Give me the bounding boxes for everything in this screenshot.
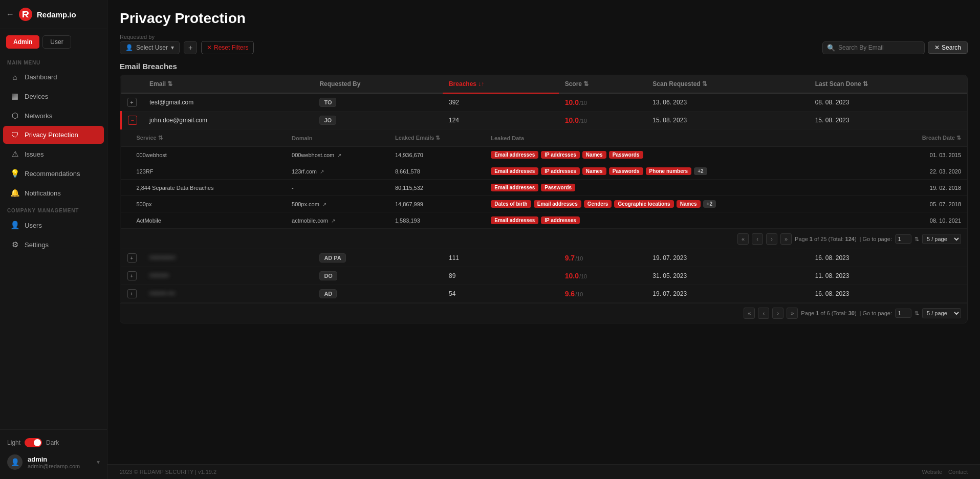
sub-leaked-data: Dates of birth Email addresses Genders G… xyxy=(485,196,882,212)
score-badge: 9.6 /10 xyxy=(565,290,583,298)
outer-prev-page-button[interactable]: ‹ xyxy=(758,308,769,319)
sub-leaked-emails: 80,115,532 xyxy=(389,180,485,196)
per-page-select[interactable]: 5 / page 10 / page 25 / page xyxy=(922,234,961,244)
th-score[interactable]: Score ⇅ xyxy=(559,75,647,93)
last-scan-cell: 15. 08. 2023 xyxy=(809,112,967,129)
search-area: 🔍 ✕ Search xyxy=(822,41,968,54)
last-scan-cell: 11. 08. 2023 xyxy=(809,267,967,285)
outer-table-body: + test@gmail.com TO 392 10.0 /10 xyxy=(121,93,968,303)
last-page-button[interactable]: » xyxy=(780,233,792,245)
sidebar-item-privacy-protection[interactable]: 🛡 Privacy Protection xyxy=(3,126,104,144)
requested-by-cell: AD xyxy=(313,285,443,303)
section-title: Email Breaches xyxy=(120,62,968,71)
th-email[interactable]: Email ⇅ xyxy=(143,75,313,93)
sub-domain: actmobile.com ↗ xyxy=(286,212,389,229)
scan-requested-cell: 19. 07. 2023 xyxy=(646,249,809,267)
breaches-cell: 392 xyxy=(443,93,559,112)
tag-plus: +2 xyxy=(703,200,716,208)
expand-button[interactable]: + xyxy=(127,253,137,263)
sub-leaked-data: Email addresses IP addresses Names Passw… xyxy=(485,163,882,180)
user-email: admin@redamp.com xyxy=(28,463,92,469)
outer-goto-page-input[interactable] xyxy=(895,309,911,318)
search-input[interactable] xyxy=(838,44,920,51)
goto-page-input[interactable] xyxy=(895,234,911,244)
last-scan-cell: 08. 08. 2023 xyxy=(809,93,967,112)
outer-first-page-button[interactable]: « xyxy=(744,308,755,319)
page-up-down: ⇅ xyxy=(914,236,919,243)
table-row: + •••••••••••• AD PA 111 9.7 /10 xyxy=(121,249,968,267)
requester-badge: AD PA xyxy=(319,253,345,263)
scan-requested-cell: 19. 07. 2023 xyxy=(646,285,809,303)
logo-icon xyxy=(18,7,33,21)
sub-table-header: Service ⇅ Domain Leaked Emails ⇅ xyxy=(121,129,968,147)
tag-passwords: Passwords xyxy=(541,184,575,191)
back-button[interactable]: ← xyxy=(6,10,14,19)
sub-service: 123RF xyxy=(121,163,286,180)
requester-badge: AD xyxy=(319,289,337,298)
sub-th-leaked-emails[interactable]: Leaked Emails ⇅ xyxy=(389,129,485,147)
first-page-button[interactable]: « xyxy=(737,233,749,245)
sidebar-item-issues[interactable]: ⚠ Issues xyxy=(3,145,104,163)
sidebar-item-networks[interactable]: ⬡ Networks xyxy=(3,106,104,125)
scan-requested-cell: 31. 05. 2023 xyxy=(646,267,809,285)
user-info[interactable]: 👤 admin admin@redamp.com ▾ xyxy=(5,450,102,474)
tag-ip-addresses: IP addresses xyxy=(541,151,580,159)
dark-mode-toggle[interactable] xyxy=(25,438,42,447)
light-label: Light xyxy=(7,439,20,446)
sidebar-item-label-issues: Issues xyxy=(25,150,44,158)
contact-link[interactable]: Contact xyxy=(948,469,968,475)
sub-th-breach-date[interactable]: Breach Date ⇅ xyxy=(882,129,967,147)
footer-links: Website Contact xyxy=(922,469,968,475)
score-badge: 10.0 /10 xyxy=(565,272,587,280)
sidebar-item-users[interactable]: 👤 Users xyxy=(3,216,104,234)
reset-filters-button[interactable]: ✕ Reset Filters xyxy=(201,41,254,54)
sidebar-item-dashboard[interactable]: ⌂ Dashboard xyxy=(3,68,104,86)
outer-next-page-button[interactable]: › xyxy=(772,308,783,319)
requested-by-label: Requested by xyxy=(120,34,968,40)
sidebar-item-recommendations[interactable]: 💡 Recommendations xyxy=(3,164,104,183)
expand-button[interactable]: + xyxy=(127,289,137,298)
sidebar-item-settings[interactable]: ⚙ Settings xyxy=(3,235,104,254)
sidebar-item-notifications[interactable]: 🔔 Notifications xyxy=(3,184,104,202)
outer-per-page-select[interactable]: 5 / page 10 / page 25 / page xyxy=(922,308,961,318)
th-scan-requested[interactable]: Scan Requested ⇅ xyxy=(646,75,809,93)
th-last-scan[interactable]: Last Scan Done ⇅ xyxy=(809,75,967,93)
table-row: + ••••••••• DO 89 10.0 /10 xyxy=(121,267,968,285)
collapse-button[interactable]: − xyxy=(128,116,137,125)
add-filter-button[interactable]: + xyxy=(184,41,197,54)
outer-last-page-button[interactable]: » xyxy=(787,308,798,319)
next-page-button[interactable]: › xyxy=(766,233,777,245)
external-link-icon[interactable]: ↗ xyxy=(331,218,335,224)
select-user-dropdown[interactable]: 👤 Select User ▾ xyxy=(120,41,180,54)
th-breaches[interactable]: Breaches ↓↑ xyxy=(443,75,559,93)
requested-by-cell: TO xyxy=(313,93,443,112)
list-item: 123RF 123rf.com ↗ 8,661,578 Email addres… xyxy=(121,163,968,180)
expand-button[interactable]: + xyxy=(127,98,137,107)
email-breaches-table: Email ⇅ Requested By Breaches ↓↑ Score ⇅ xyxy=(120,75,968,323)
website-link[interactable]: Website xyxy=(922,469,943,475)
sub-th-domain[interactable]: Domain xyxy=(286,129,389,147)
expand-cell: + xyxy=(121,249,144,267)
expand-button[interactable]: + xyxy=(127,271,137,280)
sub-th-leaked-data: Leaked Data xyxy=(485,129,882,147)
requested-by-cell: DO xyxy=(313,267,443,285)
sidebar-item-devices[interactable]: ▦ Devices xyxy=(3,87,104,105)
prev-page-button[interactable]: ‹ xyxy=(752,233,763,245)
sidebar-item-label-devices: Devices xyxy=(25,93,48,100)
th-requested-by[interactable]: Requested By xyxy=(313,75,443,93)
tag-phone-numbers: Phone numbers xyxy=(646,167,692,175)
tag-ip-addresses: IP addresses xyxy=(541,216,580,224)
admin-button[interactable]: Admin xyxy=(6,35,39,49)
search-button[interactable]: ✕ Search xyxy=(928,41,968,54)
sub-th-service[interactable]: Service ⇅ xyxy=(121,129,286,147)
score-badge: 10.0 /10 xyxy=(565,98,587,106)
networks-icon: ⬡ xyxy=(10,111,19,120)
sub-breach-date: 01. 03. 2015 xyxy=(882,147,967,163)
user-button[interactable]: User xyxy=(42,35,71,49)
filter-row: 👤 Select User ▾ + ✕ Reset Filters 🔍 ✕ xyxy=(120,41,968,54)
sidebar: ← Redamp.io Admin User MAIN MENU ⌂ Dashb… xyxy=(0,0,107,479)
external-link-icon[interactable]: ↗ xyxy=(337,153,341,158)
external-link-icon[interactable]: ↗ xyxy=(320,169,324,175)
user-icon-small: 👤 xyxy=(125,44,133,51)
external-link-icon[interactable]: ↗ xyxy=(322,202,326,207)
